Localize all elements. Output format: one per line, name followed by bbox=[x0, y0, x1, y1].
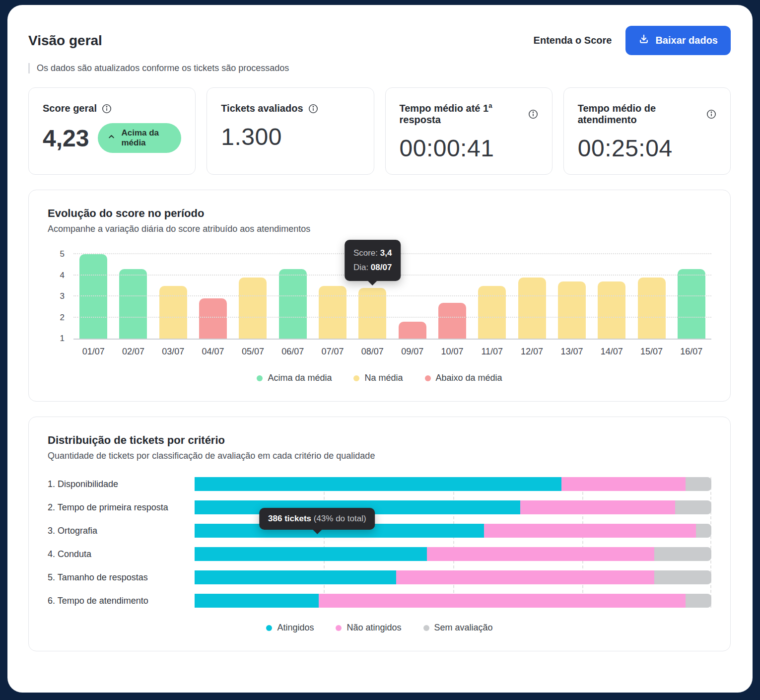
score-chart-title: Evolução do score no período bbox=[48, 207, 711, 220]
legend-item-atingidos: Atingidos bbox=[266, 623, 314, 633]
legend-item-na-media: Na média bbox=[353, 373, 403, 383]
main-panel: Visão geral Entenda o Score Baixar dados… bbox=[7, 5, 753, 693]
legend-dot-cyan bbox=[266, 625, 272, 631]
score-bar-16-07[interactable] bbox=[678, 269, 705, 339]
segment-não-atingidos[interactable] bbox=[396, 570, 655, 584]
status-badge: Acima da média bbox=[98, 123, 181, 153]
legend-label: Na média bbox=[364, 373, 403, 383]
criteria-chart-gridlines bbox=[195, 477, 711, 608]
segment-sem-avaliação[interactable] bbox=[654, 547, 711, 561]
segment-atingidos[interactable] bbox=[195, 594, 319, 608]
stats-row: Score geral 4,23 Acima da média Tickets … bbox=[28, 87, 731, 175]
segment-atingidos[interactable] bbox=[195, 547, 427, 561]
criteria-row-track bbox=[195, 547, 711, 561]
x-axis-label: 15/07 bbox=[631, 347, 671, 357]
tooltip-day-label: Dia: bbox=[353, 263, 368, 272]
score-tooltip: Score: 3,4 Dia: 08/07 bbox=[345, 240, 401, 281]
score-bar-slot bbox=[73, 254, 113, 339]
segment-não-atingidos[interactable] bbox=[520, 500, 675, 514]
download-icon bbox=[638, 34, 649, 47]
x-axis-label: 14/07 bbox=[592, 347, 631, 357]
x-axis-label: 07/07 bbox=[313, 347, 352, 357]
criteria-row: 6. Tempo de atendimento bbox=[48, 594, 711, 608]
score-chart-legend: Acima da média Na média Abaixo da média bbox=[48, 373, 711, 383]
legend-dot-gray bbox=[423, 625, 429, 631]
info-icon[interactable] bbox=[528, 109, 538, 119]
chevron-up-icon bbox=[108, 133, 115, 143]
score-bar-02-07[interactable] bbox=[119, 269, 147, 339]
y-axis-tick-label: 3 bbox=[48, 291, 65, 301]
score-bar-03-07[interactable] bbox=[159, 286, 187, 339]
criteria-distribution-card: Distribuição de tickets por critério Qua… bbox=[28, 417, 731, 651]
criteria-row-label: 1. Disponibilidade bbox=[48, 479, 195, 490]
segment-não-atingidos[interactable] bbox=[561, 477, 686, 491]
segment-atingidos[interactable] bbox=[195, 477, 561, 491]
score-bar-slot bbox=[552, 254, 592, 339]
segment-sem-avaliação[interactable] bbox=[654, 570, 711, 584]
criteria-row: 5. Tamanho de respostas bbox=[48, 570, 711, 584]
criteria-row-label: 2. Tempo de primeira resposta bbox=[48, 502, 195, 513]
score-bar-slot bbox=[472, 254, 512, 339]
stat-label: Tempo médio de atendimento bbox=[578, 103, 701, 126]
legend-label: Sem avaliação bbox=[434, 623, 493, 633]
criteria-row: 4. Conduta bbox=[48, 547, 711, 561]
status-badge-label: Acima da média bbox=[121, 128, 171, 148]
download-data-button[interactable]: Baixar dados bbox=[625, 26, 731, 55]
segment-não-atingidos[interactable] bbox=[484, 524, 696, 538]
score-bar-01-07[interactable] bbox=[79, 254, 107, 339]
legend-item-abaixo: Abaixo da média bbox=[425, 373, 502, 383]
score-bar-05-07[interactable] bbox=[239, 278, 267, 339]
tooltip-score-value: 3,4 bbox=[380, 248, 392, 258]
tooltip-tickets-value: 386 tickets bbox=[268, 514, 311, 523]
page-title: Visão geral bbox=[28, 33, 102, 49]
score-bar-slot bbox=[153, 254, 193, 339]
info-icon[interactable] bbox=[706, 109, 716, 119]
segment-não-atingidos[interactable] bbox=[427, 547, 654, 561]
page-subtitle: Os dados são atualizados conforme os tic… bbox=[37, 63, 731, 73]
y-axis-tick-label: 4 bbox=[48, 271, 65, 280]
understand-score-link[interactable]: Entenda o Score bbox=[534, 35, 612, 46]
legend-item-acima: Acima da média bbox=[257, 373, 332, 383]
segment-atingidos[interactable] bbox=[195, 570, 396, 584]
stat-value: 00:00:41 bbox=[400, 135, 494, 162]
criteria-row-label: 6. Tempo de atendimento bbox=[48, 596, 195, 606]
score-bar-10-07[interactable] bbox=[438, 303, 466, 339]
segment-sem-avaliação[interactable] bbox=[675, 500, 711, 514]
score-bar-slot bbox=[432, 254, 472, 339]
stat-label: Tempo médio até 1ª resposta bbox=[400, 103, 523, 126]
criteria-row-label: 5. Tamanho de respostas bbox=[48, 572, 195, 583]
score-bar-06-07[interactable] bbox=[279, 269, 307, 339]
segment-não-atingidos[interactable] bbox=[319, 594, 686, 608]
score-bar-12-07[interactable] bbox=[518, 278, 546, 339]
score-bar-07-07[interactable] bbox=[319, 286, 346, 339]
x-axis-label: 09/07 bbox=[393, 347, 432, 357]
header: Visão geral Entenda o Score Baixar dados bbox=[28, 26, 731, 55]
stat-label: Score geral bbox=[43, 103, 97, 114]
score-bar-14-07[interactable] bbox=[598, 281, 625, 339]
score-bar-11-07[interactable] bbox=[478, 286, 506, 339]
legend-dot-green bbox=[257, 375, 263, 381]
legend-label: Acima da média bbox=[268, 373, 332, 383]
info-icon[interactable] bbox=[102, 104, 112, 114]
legend-dot-red bbox=[425, 375, 431, 381]
info-icon[interactable] bbox=[308, 104, 318, 114]
y-axis-tick-label: 1 bbox=[48, 334, 65, 344]
criteria-row-label: 4. Conduta bbox=[48, 549, 195, 560]
y-axis-tick-label: 2 bbox=[48, 313, 65, 323]
legend-item-nao-atingidos: Não atingidos bbox=[336, 623, 401, 633]
tooltip-day-value: 08/07 bbox=[371, 263, 392, 272]
segment-sem-avaliação[interactable] bbox=[696, 524, 711, 538]
score-bar-09-07[interactable] bbox=[399, 322, 426, 339]
score-bar-slot bbox=[631, 254, 671, 339]
stat-card-score-geral: Score geral 4,23 Acima da média bbox=[28, 87, 196, 175]
score-bar-13-07[interactable] bbox=[558, 281, 586, 339]
score-bar-15-07[interactable] bbox=[638, 278, 666, 339]
score-bar-04-07[interactable] bbox=[199, 298, 227, 339]
segment-sem-avaliação[interactable] bbox=[686, 594, 711, 608]
x-axis-label: 12/07 bbox=[512, 347, 552, 357]
stat-value: 00:25:04 bbox=[578, 135, 673, 162]
criteria-chart-subtitle: Quantidade de tickets por classificação … bbox=[48, 451, 711, 461]
segment-sem-avaliação[interactable] bbox=[686, 477, 711, 491]
score-chart-subtitle: Acompanhe a variação diária do score atr… bbox=[48, 224, 711, 234]
stat-value: 4,23 bbox=[43, 125, 89, 152]
